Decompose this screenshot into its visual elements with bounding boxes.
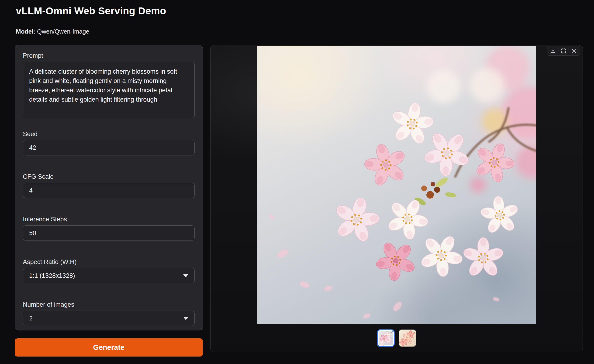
model-line: Model: Qwen/Qwen-Image	[16, 28, 89, 35]
fullscreen-icon[interactable]	[560, 47, 567, 54]
cfg-scale-input[interactable]: 4	[23, 183, 195, 198]
inference-steps-value: 50	[29, 230, 36, 237]
generation-settings-panel: Prompt A delicate cluster of blooming ch…	[15, 45, 203, 331]
cfg-scale-value: 4	[29, 187, 33, 194]
inference-steps-label: Inference Steps	[23, 216, 195, 223]
num-images-value: 2	[29, 315, 33, 322]
num-images-select[interactable]: 2	[23, 311, 195, 326]
inference-steps-input[interactable]: 50	[23, 225, 195, 241]
prompt-label: Prompt	[23, 52, 195, 60]
seed-value: 42	[29, 144, 36, 152]
image-toolbar	[547, 46, 580, 56]
gallery-strip	[210, 329, 583, 347]
model-value: Qwen/Qwen-Image	[37, 28, 89, 35]
model-label: Model:	[16, 28, 35, 35]
cherry-blossom-artwork	[257, 46, 536, 324]
bud-cluster	[414, 176, 456, 207]
chevron-down-icon	[183, 274, 188, 277]
gallery-thumbnail-1-selected[interactable]	[377, 329, 395, 347]
aspect-ratio-select[interactable]: 1:1 (1328x1328)	[23, 268, 195, 283]
toolbar-divider	[569, 48, 569, 53]
generated-image[interactable]	[257, 46, 536, 324]
download-icon[interactable]	[550, 47, 556, 54]
close-icon[interactable]	[571, 47, 577, 54]
aspect-ratio-label: Aspect Ratio (W:H)	[23, 258, 195, 266]
cfg-scale-label: CFG Scale	[23, 173, 195, 180]
num-images-label: Number of images	[23, 301, 195, 308]
page-title: vLLM-Omni Web Serving Demo	[16, 5, 166, 17]
seed-label: Seed	[23, 131, 195, 138]
generate-button[interactable]: Generate	[15, 338, 203, 357]
image-viewer-panel	[210, 45, 583, 352]
seed-input[interactable]: 42	[23, 140, 195, 155]
chevron-down-icon	[183, 317, 188, 320]
gallery-thumbnail-2[interactable]	[399, 329, 416, 347]
toolbar-divider	[558, 48, 558, 53]
prompt-input[interactable]: A delicate cluster of blooming cherry bl…	[23, 62, 195, 118]
thumbnail-2-artwork	[399, 330, 416, 346]
thumbnail-1-artwork	[378, 330, 394, 346]
aspect-ratio-value: 1:1 (1328x1328)	[29, 272, 75, 279]
